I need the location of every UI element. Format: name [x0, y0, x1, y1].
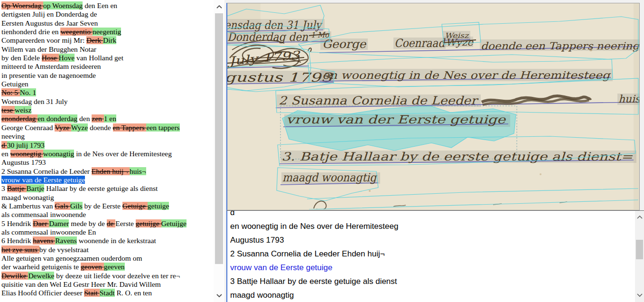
diff-segment-deleted[interactable]: Ehden huij¬ [92, 167, 130, 175]
diff-segment-text[interactable]: in de Nes over de Heremitesteeg [74, 150, 172, 158]
manuscript-viewer[interactable]: ensdag den 31 JulyDonderdag den1 MoJuly … [226, 3, 640, 210]
diff-segment-inserted[interactable]: Ravens [55, 236, 77, 245]
diff-line[interactable]: by den Edele Hose Hove van Holland get [1, 54, 214, 62]
diff-segment-text[interactable]: tienhonderd drie en [1, 28, 60, 36]
diff-segment-deleted[interactable]: Daer [33, 219, 49, 227]
diff-segment-text[interactable]: by de Eerste [83, 202, 122, 210]
diff-segment-selected[interactable]: vrouw van de Eerste getuige [1, 176, 85, 184]
diff-line[interactable]: quisitie van den Wel Ed Gestr Heer Mr. D… [1, 280, 214, 289]
diff-segment-text[interactable]: Compareerden voor mij Mr: [1, 36, 86, 44]
diff-line[interactable]: George Coenraad Vyze Wyze doende en Tapp… [1, 123, 214, 132]
diff-segment-inserted[interactable]: neegentig [93, 28, 121, 36]
diff-segment-inserted[interactable]: Damer [49, 219, 69, 227]
diff-segment-deleted[interactable]: Getuige [122, 202, 148, 210]
diff-segment-text[interactable]: en [1, 150, 10, 158]
diff-segment-deleted[interactable]: Battje [7, 184, 27, 192]
diff-segment-deleted[interactable]: Hose [42, 54, 59, 62]
diff-segment-deleted[interactable]: woonegtig [10, 150, 43, 158]
diff-line[interactable]: neeving [1, 132, 214, 141]
diff-line[interactable]: Augustus 1793 [1, 158, 214, 167]
diff-segment-deleted[interactable]: tese [1, 106, 15, 114]
chevron-down-icon[interactable] [214, 291, 224, 300]
diff-segment-inserted[interactable]: op Woensdag [43, 1, 83, 9]
diff-segment-text[interactable]: Woensdag den 31 July [1, 97, 68, 105]
diff-line[interactable]: het zye suus by de vyselstraat [1, 245, 214, 254]
diff-segment-text[interactable]: Hallaar by de eerste getuige als dienst [44, 184, 158, 192]
diff-line[interactable]: tese weisz [1, 106, 214, 114]
diff-segment-text[interactable]: als commensaal inwoonende [1, 210, 86, 218]
diff-segment-inserted[interactable]: Wyze [71, 123, 88, 132]
scrollbar-thumb[interactable] [215, 13, 223, 264]
diff-segment-deleted[interactable]: Stait [84, 289, 99, 297]
diff-line[interactable]: Compareerden voor mij Mr: Derk Dirk [1, 36, 214, 45]
chevron-up-icon[interactable] [635, 213, 644, 222]
diff-segment-text[interactable]: Augustus 1793 [1, 158, 46, 166]
diff-line[interactable]: Op Woersdag op Woensdag den Een en [1, 1, 214, 10]
diff-segment-text[interactable]: George Coenraad [1, 123, 55, 132]
diff-line[interactable]: Eersten Augustus des Jaar Seven [1, 19, 214, 28]
diff-segment-text[interactable]: & Lambertus van [1, 202, 55, 210]
diff-line[interactable]: Dewilke Dewelke by deeze uit liefde voor… [1, 272, 214, 280]
diff-segment-text[interactable]: R. O. en ten [115, 289, 152, 297]
diff-segment-text[interactable]: dertigsten Julij en Donderdag de [1, 10, 97, 18]
diff-segment-deleted[interactable]: Op Woersdag [1, 1, 43, 9]
diff-segment-deleted[interactable]: weegentio [60, 28, 93, 36]
diff-segment-inserted[interactable]: Stadt [100, 289, 115, 297]
diff-segment-inserted[interactable]: Getuijge [161, 219, 187, 227]
diff-segment-text[interactable]: den Een en [83, 1, 117, 9]
diff-line[interactable]: Getuigen [1, 80, 214, 88]
diff-line[interactable]: enonderdag en donderdag den zen 1 en [1, 114, 214, 123]
diff-line[interactable]: maagd woonagtig [1, 193, 214, 202]
diff-segment-text[interactable]: Eersten Augustus des Jaar Seven [1, 19, 98, 27]
diff-segment-deleted[interactable]: het zye suus [1, 245, 39, 254]
diff-line[interactable]: No: 5 No. 1 [1, 88, 214, 97]
transcription-line[interactable]: en woonegtig in de Nes over de Heremites… [230, 219, 398, 233]
diff-line[interactable]: tienhonderd drie en weegentio neegentig [1, 28, 214, 36]
diff-line[interactable]: Elias Hoofd Officier deeser Stait Stadt … [1, 289, 214, 297]
diff-segment-inserted[interactable]: Dewelke [28, 272, 54, 280]
diff-line[interactable]: 6 Hendrik havens Ravens woonende in de k… [1, 236, 214, 245]
diff-segment-text[interactable]: 5 Hendrik [1, 219, 33, 227]
diff-segment-deleted[interactable]: Derk [86, 36, 103, 44]
diff-line[interactable]: mitteerd te Amsterdam resideeren [1, 62, 214, 71]
diff-segment-deleted[interactable]: Vyze [55, 123, 71, 132]
diff-segment-text[interactable]: 2 Susanna Cornelia de Leeder [1, 167, 92, 175]
diff-segment-text[interactable]: Willem van der Brugghen Notar [1, 45, 96, 53]
diff-line[interactable]: Alle getuigen van genoegzaamen ouderdom … [1, 254, 214, 263]
transcription-line[interactable]: d [230, 210, 234, 219]
diff-segment-inserted[interactable]: Bartje [27, 184, 45, 192]
diff-segment-text[interactable]: woonende in de kerkstraat [77, 236, 156, 245]
diff-segment-deleted[interactable]: enonderdag [1, 114, 37, 123]
diff-line[interactable]: & Lambertus van Gals Gils by de Eerste G… [1, 202, 214, 210]
diff-segment-deleted[interactable]: havens [33, 236, 55, 245]
diff-segment-inserted[interactable]: Gils [70, 202, 83, 210]
diff-line[interactable]: der waarheid getuigenis te geoven geeven [1, 263, 214, 271]
diff-line[interactable]: Willem van der Brugghen Notar [1, 45, 214, 54]
diff-segment-text[interactable]: 6 Hendrik [1, 236, 33, 245]
transcription-line-selected[interactable]: vrouw van de Eerste getuige [230, 261, 332, 274]
diff-segment-inserted[interactable]: woonagtig [43, 150, 74, 158]
chevron-down-icon[interactable] [635, 291, 644, 300]
diff-segment-text[interactable]: Getuigen [1, 80, 28, 88]
diff-editor-panel[interactable]: Op Woersdag op Woensdag den Een endertig… [0, 0, 214, 302]
diff-segment-inserted[interactable]: een tappers [146, 123, 179, 132]
diff-segment-text[interactable]: mitteerd te Amsterdam resideeren [1, 62, 101, 70]
diff-segment-inserted[interactable]: en donderdag [37, 114, 77, 123]
diff-segment-deleted[interactable]: de [107, 219, 116, 227]
diff-line[interactable]: als commensaal inwoonende En [1, 228, 214, 236]
diff-segment-text[interactable]: in presentie van de nagenoemde [1, 71, 96, 79]
diff-segment-text[interactable]: by de vyselstraat [39, 245, 89, 254]
diff-segment-text[interactable]: van Holland get [75, 54, 123, 62]
diff-segment-text[interactable]: maagd woonagtig [1, 193, 54, 201]
diff-line[interactable]: 3 Battje Bartje Hallaar by de eerste get… [1, 184, 214, 193]
diff-segment-text[interactable]: mede by de [69, 219, 106, 227]
diff-line[interactable]: en woonegtig woonagtig in de Nes over de… [1, 150, 214, 158]
diff-segment-inserted[interactable]: 1 en [104, 114, 116, 123]
diff-segment-inserted[interactable]: Hove [59, 54, 75, 62]
manuscript-image[interactable]: ensdag den 31 JulyDonderdag den1 MoJuly … [227, 3, 639, 209]
scrollbar-thumb[interactable] [636, 240, 643, 259]
diff-segment-text[interactable]: als commensaal inwoonende En [1, 228, 96, 236]
diff-segment-deleted[interactable]: en Tappers [113, 123, 147, 132]
diff-segment-deleted[interactable]: getuijge [136, 219, 161, 227]
diff-segment-deleted[interactable]: Gals [55, 202, 70, 210]
